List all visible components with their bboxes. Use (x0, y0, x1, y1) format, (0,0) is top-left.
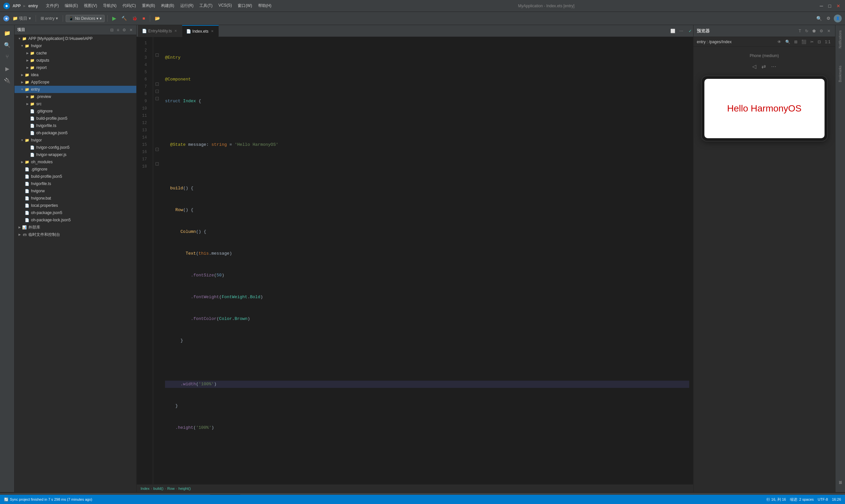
split-right-button[interactable]: ⬜ (669, 28, 677, 34)
close-tree-button[interactable]: ✕ (128, 28, 134, 33)
tree-oh-package-entry[interactable]: ▶ 📄 oh-package.json5 (15, 129, 136, 137)
tree-label-hvigor-wrapper: hvigor-wrapper.js (36, 152, 66, 157)
tree-cache[interactable]: ▶ 📁 cache (15, 50, 136, 57)
preview-fit-btn[interactable]: ⊡ (816, 39, 822, 45)
stop-button[interactable]: ■ (141, 15, 147, 22)
minimize-button[interactable]: ─ (818, 3, 825, 8)
tree-hvigor-top[interactable]: ▼ 📁 hvigor (15, 42, 136, 50)
menu-item-v[interactable]: 视图(V) (81, 2, 100, 9)
tree-oh-modules[interactable]: ▶ 📁 oh_modules (15, 158, 136, 166)
menu-item-b[interactable]: 重构(B) (139, 2, 158, 9)
breadcrumb-height[interactable]: height() (179, 487, 191, 490)
tree-root[interactable]: ▼ 📁 APP [MyApplication] D:\Huawei\APP (15, 35, 136, 42)
sidebar-icon-run[interactable]: ▶ (2, 63, 13, 74)
fold-7[interactable]: - (156, 83, 159, 86)
tree-hvigorw-bat[interactable]: ▶ 📄 hvigorw.bat (15, 195, 136, 202)
preview-switch-btn[interactable]: ⇄ (760, 62, 767, 71)
menu-item-r[interactable]: 运行(R) (178, 2, 196, 9)
build-button[interactable]: 🔨 (120, 15, 129, 22)
tree-preview[interactable]: ▶ 📁 .preview (15, 93, 136, 100)
tree-appscope[interactable]: ▶ 📁 AppScope (15, 78, 136, 86)
notifications-label[interactable]: Notifications (839, 28, 842, 51)
device-selector[interactable]: 📱 No Devices ▾ ▾ (66, 15, 105, 22)
tree-hvigorw[interactable]: ▶ 📄 hvigorw (15, 187, 136, 195)
sidebar-icon-plugins[interactable]: 🔌 (2, 75, 13, 86)
tree-outputs[interactable]: ▶ 📁 outputs (15, 57, 136, 64)
entry-selector[interactable]: ⊞ entry ▾ (39, 15, 60, 22)
project-button[interactable]: 📁 项目 ▾ (11, 14, 33, 23)
more-tabs-button[interactable]: ⋯ (678, 28, 685, 34)
tree-hvigor-config[interactable]: ▶ 📄 hvigor-config.json5 (15, 144, 136, 151)
tree-hvigor2[interactable]: ▼ 📁 hvigor (15, 137, 136, 144)
tree-oh-package-root[interactable]: ▶ 📄 oh-package.json5 (15, 209, 136, 216)
preview-layout-btn[interactable]: ⬟ (811, 28, 817, 34)
collapse-all-button[interactable]: ⊟ (109, 28, 115, 33)
sidebar-icon-search[interactable]: 🔍 (2, 40, 13, 50)
tree-temp-console[interactable]: ▶ 🗃 临时文件和控制台 (15, 231, 136, 238)
preview-close-btn[interactable]: ✕ (826, 28, 832, 34)
menu-item-f[interactable]: 文件(F) (43, 2, 61, 9)
menu-item-n[interactable]: 导航(N) (100, 2, 119, 9)
close-button[interactable]: ✕ (835, 3, 842, 8)
run-button[interactable]: ▶ (110, 14, 118, 23)
bookmarks-label[interactable]: Bookmarks (839, 63, 842, 85)
fold-9[interactable]: - (156, 97, 159, 100)
menu-item-w[interactable]: 窗口(W) (235, 2, 254, 9)
tab-index-ets[interactable]: 📄 Index.ets ✕ (182, 25, 219, 37)
expand-button[interactable]: ≡ (116, 28, 120, 33)
tree-gitignore-root[interactable]: ▶ 📄 .gitignore (15, 166, 136, 173)
tree-oh-package-lock[interactable]: ▶ 📄 oh-package-lock.json5 (15, 216, 136, 223)
tree-external-libs[interactable]: ▶ 📊 外部库 (15, 223, 136, 231)
close-tab-index-ets[interactable]: ✕ (210, 29, 214, 34)
preview-more-btn[interactable]: ⋯ (770, 62, 778, 71)
preview-inspect-btn[interactable]: 🔍 (784, 39, 792, 45)
close-tab-entry-ability[interactable]: ✕ (173, 29, 178, 33)
menu-item-c[interactable]: 代码(C) (120, 2, 139, 9)
preview-font-btn[interactable]: T (797, 28, 803, 34)
breadcrumb-build[interactable]: build() (154, 487, 164, 490)
user-avatar[interactable]: 👤 (834, 15, 842, 22)
preview-percent-btn[interactable]: 1:1 (824, 39, 832, 45)
debug-button[interactable]: 🐞 (130, 15, 139, 22)
global-search-button[interactable]: 🔍 (815, 15, 823, 22)
folder-button[interactable]: 📂 (153, 15, 162, 22)
preview-grid-btn[interactable]: ⊞ (793, 39, 799, 45)
preview-back-btn[interactable]: ◁ (751, 62, 758, 71)
tree-local-properties[interactable]: ▶ 📄 local.properties (15, 202, 136, 209)
tree-build-profile-root[interactable]: ▶ 📄 build-profile.json5 (15, 173, 136, 180)
tree-entry[interactable]: ▼ 📁 entry (15, 86, 136, 93)
preview-eye-btn[interactable]: 👁 (776, 39, 782, 45)
fold-8[interactable]: - (156, 90, 159, 93)
maximize-button[interactable]: □ (827, 3, 832, 8)
preview-crop-btn[interactable]: ✂ (809, 39, 815, 45)
menu-item-t[interactable]: 工具(T) (197, 2, 215, 9)
settings-button[interactable]: ⚙ (825, 15, 832, 22)
code-editor[interactable]: 1 2 3 4 5 6 7 8 9 10 11 12 13 14 15 16 1… (137, 37, 693, 484)
preview-compare-btn[interactable]: ⬛ (800, 39, 808, 45)
menu-item-h[interactable]: 帮助(H) (256, 2, 274, 9)
tree-report[interactable]: ▶ 📁 report (15, 64, 136, 71)
feedback-label[interactable]: 反馈 (838, 484, 843, 489)
fold-16[interactable]: - (156, 148, 159, 151)
tree-hvigorfile-root[interactable]: ▶ 📄 hvigorfile.ts (15, 180, 136, 187)
code-content[interactable]: @Entry @Component struct Index { @State … (161, 37, 693, 484)
tree-gitignore-entry[interactable]: ▶ 📄 .gitignore (15, 108, 136, 115)
tree-hvigor-wrapper[interactable]: ▶ 📄 hvigor-wrapper.js (15, 151, 136, 158)
tree-src[interactable]: ▶ 📁 src (15, 100, 136, 108)
menu-item-b[interactable]: 构建(B) (158, 2, 177, 9)
menu-item-e[interactable]: 编辑(E) (62, 2, 81, 9)
tree-hvigorfile-entry[interactable]: ▶ 📄 hvigorfile.ts (15, 122, 136, 129)
breadcrumb-row[interactable]: Row (168, 487, 175, 490)
sidebar-icon-project[interactable]: 📁 (2, 28, 13, 38)
breadcrumb-index[interactable]: Index (141, 487, 149, 490)
settings-button-tree[interactable]: ⚙ (122, 28, 127, 33)
preview-refresh-btn[interactable]: ↻ (804, 28, 810, 34)
sidebar-icon-git[interactable]: ⑂ (2, 52, 13, 62)
tree-idea[interactable]: ▶ 📁 idea (15, 71, 136, 78)
fold-3[interactable]: - (156, 53, 159, 57)
tree-build-profile-entry[interactable]: ▶ 📄 build-profile.json5 (15, 115, 136, 122)
fold-18[interactable]: - (156, 162, 159, 166)
menu-item-vcss[interactable]: VCS(S) (216, 2, 235, 9)
preview-settings-btn[interactable]: ⚙ (818, 28, 825, 34)
tab-entry-ability[interactable]: 📄 EntryAbility.ts ✕ (138, 25, 182, 37)
